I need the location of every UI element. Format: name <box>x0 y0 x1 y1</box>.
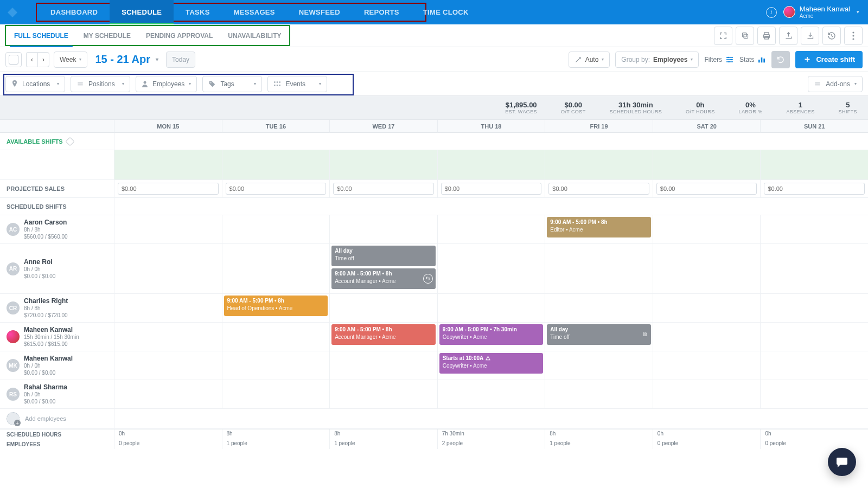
shift-card[interactable]: 9:00 AM - 5:00 PM • 8h Account Manager •… <box>331 324 436 345</box>
employee-name[interactable]: Charlies Right <box>24 297 68 305</box>
schedule-cell[interactable]: All day Time off 🗎 <box>545 323 653 351</box>
select-all-checkbox[interactable] <box>5 52 22 67</box>
projected-input[interactable] <box>118 183 219 195</box>
subtab-my-schedule[interactable]: MY SCHEDULE <box>76 24 138 47</box>
employee-avatar[interactable]: RS <box>7 388 20 401</box>
nav-tasks[interactable]: TASKS <box>174 0 222 24</box>
nav-reports[interactable]: REPORTS <box>352 0 411 24</box>
schedule-cell[interactable] <box>545 294 653 323</box>
schedule-cell[interactable]: 9:00 AM - 5:00 PM • 8h Editor • Acme <box>545 215 653 244</box>
export-icon[interactable] <box>779 27 797 45</box>
available-cell[interactable] <box>329 150 437 180</box>
schedule-cell[interactable] <box>760 244 868 294</box>
filter-events[interactable]: Events▾ <box>267 76 327 92</box>
schedule-cell[interactable] <box>545 244 653 294</box>
employee-name[interactable]: Rahal Sharma <box>24 383 67 391</box>
schedule-cell[interactable] <box>222 380 330 409</box>
shift-card[interactable]: 9:00 AM - 5:00 PM • 8h Editor • Acme <box>547 217 651 237</box>
shift-card[interactable]: 9:00 AM - 5:00 PM • 8h Head of Operation… <box>224 296 328 316</box>
user-menu[interactable]: Maheen Kanwal Acme ▾ <box>783 5 859 19</box>
schedule-cell[interactable] <box>329 380 437 409</box>
subtab-full-schedule[interactable]: FULL SCHEDULE <box>7 24 76 47</box>
next-week-button[interactable]: › <box>37 52 49 67</box>
day-sun[interactable]: SUN 21 <box>760 120 868 133</box>
date-range-picker[interactable]: 15 - 21 Apr ▾ <box>92 53 162 66</box>
schedule-cell[interactable] <box>653 380 761 409</box>
filter-tags[interactable]: Tags▾ <box>202 76 262 92</box>
add-employees-button[interactable]: Add employees <box>0 409 114 429</box>
day-thu[interactable]: THU 18 <box>437 120 545 133</box>
employee-avatar[interactable]: MK <box>7 359 20 372</box>
info-icon[interactable]: i <box>766 7 777 18</box>
schedule-cell[interactable] <box>114 215 222 244</box>
projected-input[interactable] <box>548 183 649 195</box>
shift-card[interactable]: Starts at 10:00A⚠ Copywriter • Acme <box>439 353 544 374</box>
employee-name[interactable]: Maheen Kanwal <box>24 326 79 333</box>
available-cell[interactable] <box>437 150 545 180</box>
nav-messages[interactable]: MESSAGES <box>222 0 287 24</box>
available-cell[interactable] <box>760 150 868 180</box>
schedule-cell[interactable] <box>222 244 330 294</box>
pin-icon[interactable] <box>66 137 75 146</box>
schedule-cell[interactable] <box>329 294 437 323</box>
schedule-cell[interactable]: 9:00 AM - 5:00 PM • 8h Head of Operation… <box>222 294 330 323</box>
schedule-cell[interactable] <box>653 323 761 351</box>
schedule-cell[interactable] <box>329 351 437 380</box>
schedule-cell[interactable] <box>760 380 868 409</box>
schedule-cell[interactable] <box>437 380 545 409</box>
employee-avatar[interactable]: AC <box>7 223 20 236</box>
available-cell[interactable] <box>653 150 761 180</box>
create-shift-button[interactable]: ＋ Create shift <box>795 51 863 68</box>
import-icon[interactable] <box>801 27 819 45</box>
filter-locations[interactable]: Locations▾ <box>5 76 65 92</box>
shift-card[interactable]: 9:00 AM - 5:00 PM • 7h 30min Copywriter … <box>439 324 544 345</box>
schedule-cell[interactable] <box>222 323 330 351</box>
schedule-cell[interactable]: 9:00 AM - 5:00 PM • 8h Account Manager •… <box>329 323 437 351</box>
nav-schedule[interactable]: SCHEDULE <box>110 0 174 24</box>
available-cell[interactable] <box>545 150 653 180</box>
schedule-cell[interactable] <box>760 323 868 351</box>
schedule-cell[interactable]: Starts at 10:00A⚠ Copywriter • Acme <box>437 351 545 380</box>
group-by-select[interactable]: Group by: Employees ▾ <box>615 52 699 68</box>
schedule-cell[interactable] <box>760 351 868 380</box>
schedule-cell[interactable] <box>760 294 868 323</box>
employee-avatar[interactable]: AR <box>7 262 20 275</box>
shift-card[interactable]: 9:00 AM - 5:00 PM • 8h Account Manager •… <box>331 268 436 289</box>
schedule-cell[interactable] <box>222 215 330 244</box>
schedule-cell[interactable] <box>222 351 330 380</box>
chat-launcher[interactable] <box>828 448 856 476</box>
employee-name[interactable]: Maheen Kanwal <box>24 355 73 362</box>
schedule-cell[interactable] <box>760 215 868 244</box>
schedule-cell[interactable] <box>545 380 653 409</box>
nav-timeclock[interactable]: TIME CLOCK <box>411 0 481 24</box>
schedule-cell[interactable] <box>653 244 761 294</box>
schedule-cell[interactable] <box>437 244 545 294</box>
stats-button[interactable]: Stats <box>739 56 766 63</box>
day-tue[interactable]: TUE 16 <box>222 120 330 133</box>
undo-button[interactable] <box>771 51 790 68</box>
schedule-cell[interactable] <box>114 244 222 294</box>
schedule-cell[interactable] <box>653 351 761 380</box>
schedule-cell[interactable] <box>437 294 545 323</box>
day-wed[interactable]: WED 17 <box>329 120 437 133</box>
shift-card-timeoff[interactable]: All day Time off 🗎 <box>547 324 651 345</box>
schedule-cell[interactable] <box>114 380 222 409</box>
day-mon[interactable]: MON 15 <box>114 120 222 133</box>
view-range-select[interactable]: Week ▾ <box>54 52 87 68</box>
fullscreen-icon[interactable] <box>714 27 732 45</box>
day-fri[interactable]: FRI 19 <box>545 120 653 133</box>
filter-positions[interactable]: Positions▾ <box>71 76 130 92</box>
filter-employees[interactable]: Employees▾ <box>136 76 197 92</box>
schedule-cell[interactable]: All day Time off 9:00 AM - 5:00 PM • 8h … <box>329 244 437 294</box>
schedule-cell[interactable] <box>114 323 222 351</box>
projected-input[interactable] <box>656 183 757 195</box>
print-icon[interactable] <box>757 27 776 45</box>
schedule-cell[interactable] <box>653 215 761 244</box>
schedule-cell[interactable] <box>329 215 437 244</box>
employee-name[interactable]: Aaron Carson <box>24 219 68 226</box>
available-cell[interactable] <box>114 150 222 180</box>
employee-avatar[interactable]: CR <box>7 301 20 314</box>
auto-schedule-button[interactable]: Auto ▾ <box>569 52 610 68</box>
day-sat[interactable]: SAT 20 <box>653 120 761 133</box>
addons-button[interactable]: Add-ons▾ <box>808 76 863 92</box>
